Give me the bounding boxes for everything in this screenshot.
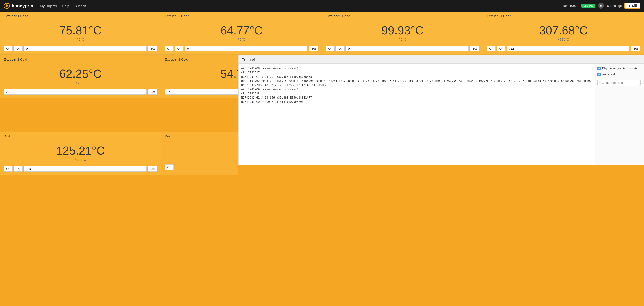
extruder-3-head-values: 99.93°C / 0°C: [322, 20, 483, 44]
kill-button[interactable]: ▲ Kill: [624, 3, 640, 9]
extruder-3-head-set-button[interactable]: Set: [470, 46, 479, 51]
extruder-4-head-label: Extruder 4 Head: [483, 12, 644, 20]
notifications-badge[interactable]: 0: [598, 3, 604, 9]
display-temp-checkbox[interactable]: [598, 67, 601, 70]
bed-values: 125.21°C / 125°C: [0, 140, 161, 164]
extruder-4-head-on-button[interactable]: On: [487, 46, 496, 51]
nav-my-objects[interactable]: My Objects: [40, 4, 57, 8]
terminal-log-line: R0 T1:67.62 /0 @:0 T2:58.15 /0 @:0 T3:65…: [241, 79, 592, 87]
navbar-right: pam-10002 Online 0 ⚙ Settings ▲ Kill: [562, 3, 640, 9]
autoscroll-checkbox[interactable]: [598, 73, 601, 76]
extruder-1-head-label: Extruder 1 Head: [0, 12, 161, 20]
extruder-1-cold-temp: 62.25°C: [60, 67, 102, 80]
gear-icon: ⚙: [607, 4, 610, 7]
extruder-2-head-controls: On Off Set: [161, 44, 322, 54]
extruder-2-head-target: / 0°C: [238, 37, 245, 41]
extruder-1-cold-set-button[interactable]: Set: [148, 89, 157, 95]
navbar: honeyprint My Objects Help Support pam-1…: [0, 0, 644, 12]
extruder-3-head-off-button[interactable]: Off: [336, 46, 344, 51]
gcode-row: Send: [598, 80, 641, 86]
room-on-button[interactable]: On: [165, 164, 174, 170]
extruder-3-head-target: / 0°C: [399, 37, 406, 41]
room-card: Roo On: [161, 132, 238, 175]
display-temp-label: Display temperature results: [602, 67, 638, 70]
extruder-1-cold-controls: Set: [0, 87, 161, 98]
extruder-1-head-temp: 75.81°C: [60, 24, 102, 37]
extruder-2-head-on-button[interactable]: On: [165, 46, 174, 51]
autoscroll-checkbox-row[interactable]: Autoscroll: [598, 73, 641, 76]
extruder-1-head-on-button[interactable]: On: [4, 46, 12, 51]
settings-label: Settings: [610, 4, 622, 7]
bed-card: Bed 125.21°C / 125°C On Off Set: [0, 132, 161, 175]
terminal-header: Terminal: [238, 55, 644, 64]
extruder-1-head-set-button[interactable]: Set: [148, 46, 157, 51]
terminal-body: ok: 2741908 (AsyncCommand success)st: 27…: [238, 64, 644, 165]
extruder-3-head-input[interactable]: [346, 46, 468, 51]
bed-temp: 125.21°C: [56, 144, 105, 157]
bed-label: Bed: [0, 132, 161, 140]
extruder-3-head-temp: 99.93°C: [382, 24, 424, 37]
bed-target: / 125°C: [75, 158, 86, 161]
extruder-2-head-temp: 64.77°C: [220, 24, 262, 37]
extruder-3-head-controls: On Off Set: [322, 44, 483, 54]
bed-off-button[interactable]: Off: [14, 166, 22, 171]
bed-set-button[interactable]: Set: [148, 166, 157, 171]
bed-controls: On Off Set: [0, 164, 161, 175]
extruder-3-head-card: Extruder 3 Head 99.93°C / 0°C On Off Set: [322, 12, 483, 55]
terminal-log-line: N2741931 G1 X-24.291 Y30.863 E160.35056*…: [241, 75, 592, 79]
extruder-1-head-target: / 0°C: [77, 37, 84, 41]
extruder-1-cold-card: Extruder 1 Cold 62.25°C / 70°C Set: [0, 55, 161, 98]
extruder-heads-grid: Extruder 1 Head 75.81°C / 0°C On Off Set…: [0, 12, 644, 55]
extruder-4-head-set-button[interactable]: Set: [631, 46, 640, 51]
extruder-4-head-temp: 307.68°C: [539, 24, 588, 37]
terminal-sidebar: Display temperature results Autoscroll S…: [594, 64, 644, 165]
terminal-log-line: N2741933 G0 F4800 X-21.314 Y10.505*98: [241, 100, 592, 104]
room-values: [161, 140, 238, 147]
extruder-2-head-values: 64.77°C / 0°C: [161, 20, 322, 44]
bed-on-button[interactable]: On: [4, 166, 12, 171]
terminal-log-line: ok: 2741908 (AsyncCommand success): [241, 66, 592, 71]
settings-button[interactable]: ⚙ Settings: [607, 4, 622, 7]
extruder-2-head-off-button[interactable]: Off: [175, 46, 184, 51]
terminal-log[interactable]: ok: 2741908 (AsyncCommand success)st: 27…: [238, 64, 594, 165]
display-temp-checkbox-row[interactable]: Display temperature results: [598, 67, 641, 70]
extruder-2-head-input[interactable]: [185, 46, 308, 51]
gcode-input[interactable]: [598, 80, 639, 86]
extruder-1-head-values: 75.81°C / 0°C: [0, 20, 161, 44]
online-status: Online: [581, 3, 595, 8]
main-content: Extruder 1 Head 75.81°C / 0°C On Off Set…: [0, 12, 644, 175]
extruder-4-head-target: / 312°C: [558, 37, 569, 41]
cold-row-section: Extruder 1 Cold 62.25°C / 70°C Set Extru…: [0, 55, 644, 98]
send-button[interactable]: Send: [640, 80, 644, 86]
extruder-4-head-card: Extruder 4 Head 307.68°C / 312°C On Off …: [483, 12, 644, 55]
extruder-4-head-controls: On Off Set: [483, 44, 644, 54]
nav-support[interactable]: Support: [74, 4, 86, 8]
extruder-1-head-card: Extruder 1 Head 75.81°C / 0°C On Off Set: [0, 12, 161, 55]
bed-input[interactable]: [24, 166, 146, 171]
terminal-log-line: st: 2741918: [241, 92, 592, 96]
extruder-1-cold-input[interactable]: [4, 89, 146, 95]
terminal-log-line: st: 2741917: [241, 71, 592, 75]
extruder-1-cold-values: 62.25°C / 70°C: [0, 63, 161, 87]
brand-name: honeyprint: [12, 3, 35, 8]
extruder-2-head-set-button[interactable]: Set: [309, 46, 318, 51]
extruder-4-head-input[interactable]: [507, 46, 630, 51]
terminal-log-line: ok: 2741909 (AsyncCommand success): [241, 87, 592, 92]
extruder-2-head-label: Extruder 2 Head: [161, 12, 322, 20]
brand-icon: [4, 3, 10, 9]
warning-icon: ▲: [628, 4, 631, 7]
room-controls: On: [161, 147, 238, 173]
nav-help[interactable]: Help: [62, 4, 69, 8]
extruder-4-head-off-button[interactable]: Off: [497, 46, 506, 51]
extruder-1-head-off-button[interactable]: Off: [14, 46, 22, 51]
extruder-4-head-values: 307.68°C / 312°C: [483, 20, 644, 44]
extruder-3-head-label: Extruder 3 Head: [322, 12, 483, 20]
terminal-log-line: N2741932 G1 X-19.656 Y35.498 E160.38811*…: [241, 96, 592, 100]
extruder-1-head-input[interactable]: [24, 46, 146, 51]
extruder-1-cold-label: Extruder 1 Cold: [0, 55, 161, 63]
terminal-panel: Terminal ok: 2741908 (AsyncCommand succe…: [238, 55, 644, 165]
autoscroll-label: Autoscroll: [602, 73, 615, 76]
extruder-1-head-controls: On Off Set: [0, 44, 161, 54]
extruder-3-head-on-button[interactable]: On: [326, 46, 334, 51]
room-label: Roo: [161, 132, 238, 140]
